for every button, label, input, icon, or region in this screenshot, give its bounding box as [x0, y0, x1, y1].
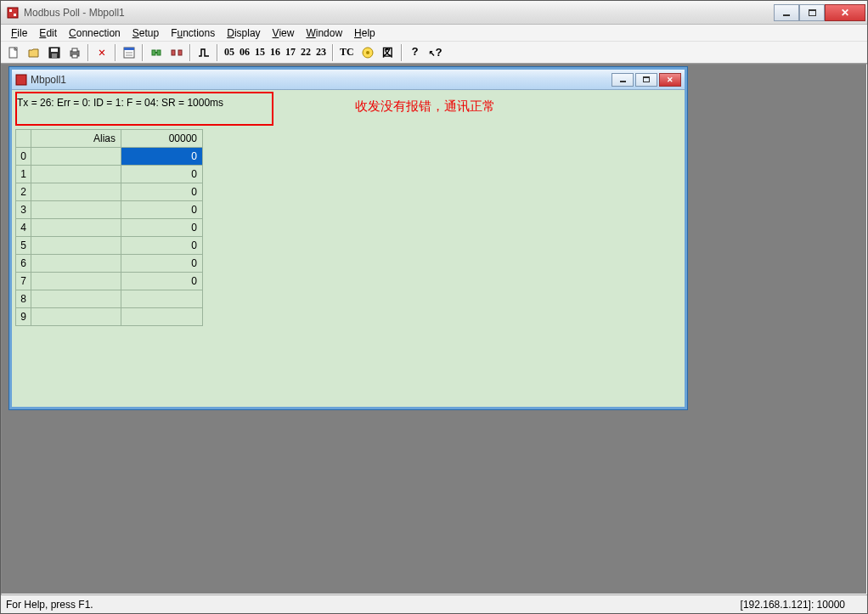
- func-06-button[interactable]: 06: [237, 46, 252, 58]
- connect-button[interactable]: [147, 43, 166, 62]
- func-17-button[interactable]: 17: [283, 46, 298, 58]
- table-row[interactable]: 00: [16, 148, 203, 166]
- row-header[interactable]: 3: [16, 201, 31, 219]
- pulse-button[interactable]: [194, 43, 213, 62]
- row-header[interactable]: 5: [16, 237, 31, 255]
- value-cell[interactable]: 0: [121, 273, 203, 290]
- child-titlebar[interactable]: Mbpoll1 ✕: [12, 70, 685, 90]
- grid-corner: [16, 130, 31, 148]
- table-row[interactable]: 10: [16, 166, 203, 183]
- help-button[interactable]: ?: [406, 43, 425, 62]
- menu-file[interactable]: File: [6, 25, 32, 41]
- func-16-button[interactable]: 16: [268, 46, 283, 58]
- maximize-icon: [809, 9, 816, 16]
- alias-cell[interactable]: [31, 273, 121, 290]
- child-close-button[interactable]: ✕: [659, 73, 681, 87]
- open-button[interactable]: [25, 43, 43, 62]
- column-header-value[interactable]: 00000: [121, 130, 203, 148]
- value-cell[interactable]: 0: [121, 219, 203, 237]
- context-help-icon: ↖?: [429, 46, 442, 59]
- alias-cell[interactable]: [31, 255, 121, 273]
- close-icon: ✕: [841, 7, 849, 19]
- table-row[interactable]: 60: [16, 255, 203, 273]
- maximize-button[interactable]: [799, 4, 825, 21]
- print-button[interactable]: [65, 43, 84, 62]
- alias-cell[interactable]: [31, 237, 121, 255]
- row-header[interactable]: 9: [16, 308, 31, 326]
- table-row[interactable]: 30: [16, 201, 203, 219]
- value-cell[interactable]: [121, 290, 203, 308]
- main-window: Modbus Poll - Mbpoll1 ✕ FileEditConnecti…: [0, 0, 868, 614]
- delete-icon: ✕: [99, 45, 105, 59]
- column-header-alias[interactable]: Alias: [31, 130, 121, 148]
- child-window-controls: ✕: [612, 73, 681, 87]
- sigma-icon: 図: [382, 45, 393, 60]
- alias-cell[interactable]: [31, 201, 121, 219]
- toolbar-separator: [332, 44, 334, 61]
- value-cell[interactable]: 0: [121, 237, 203, 255]
- menu-window[interactable]: Window: [301, 25, 347, 41]
- menu-connection[interactable]: Connection: [64, 25, 126, 41]
- menubar: FileEditConnectionSetupFunctionsDisplayV…: [1, 25, 867, 42]
- alias-cell[interactable]: [31, 290, 121, 308]
- table-row[interactable]: 8: [16, 290, 203, 308]
- value-cell[interactable]: 0: [121, 201, 203, 219]
- alias-cell[interactable]: [31, 183, 121, 201]
- alias-cell[interactable]: [31, 219, 121, 237]
- context-help-button[interactable]: ↖?: [426, 43, 445, 62]
- menu-view[interactable]: View: [268, 25, 300, 41]
- row-header[interactable]: 1: [16, 166, 31, 183]
- new-button[interactable]: [4, 43, 23, 62]
- row-header[interactable]: 2: [16, 183, 31, 201]
- func-23-button[interactable]: 23: [313, 46, 329, 58]
- child-maximize-button[interactable]: [635, 73, 657, 87]
- svg-rect-0: [8, 8, 18, 18]
- svg-rect-9: [72, 54, 77, 58]
- menu-help[interactable]: Help: [349, 25, 380, 41]
- table-row[interactable]: 20: [16, 183, 203, 201]
- row-header[interactable]: 8: [16, 290, 31, 308]
- table-row[interactable]: 50: [16, 237, 203, 255]
- tc-button[interactable]: TC: [337, 46, 357, 59]
- func-05-button[interactable]: 05: [222, 46, 237, 58]
- table-row[interactable]: 9: [16, 308, 203, 326]
- value-cell[interactable]: 0: [121, 255, 203, 273]
- child-body: Tx = 26: Err = 0: ID = 1: F = 04: SR = 1…: [12, 90, 685, 407]
- sigma-button[interactable]: 図: [379, 43, 397, 62]
- value-cell[interactable]: 0: [121, 148, 203, 166]
- properties-button[interactable]: [120, 43, 138, 62]
- minimize-icon: [783, 14, 790, 16]
- child-minimize-button[interactable]: [612, 73, 634, 87]
- svg-rect-1: [9, 9, 12, 12]
- alias-cell[interactable]: [31, 166, 121, 183]
- row-header[interactable]: 4: [16, 219, 31, 237]
- row-header[interactable]: 6: [16, 255, 31, 273]
- svg-rect-18: [178, 50, 182, 55]
- toolbar-separator: [217, 44, 218, 61]
- table-row[interactable]: 40: [16, 219, 203, 237]
- window-controls: ✕: [774, 4, 865, 21]
- menu-edit[interactable]: Edit: [34, 25, 62, 41]
- toolbar: ✕ 05061516172223 TC 図 ? ↖?: [1, 42, 867, 64]
- data-grid[interactable]: Alias 00000 001020304050607089: [15, 129, 203, 326]
- minimize-button[interactable]: [774, 4, 799, 21]
- titlebar: Modbus Poll - Mbpoll1 ✕: [1, 1, 867, 25]
- menu-setup[interactable]: Setup: [127, 25, 164, 41]
- row-header[interactable]: 7: [16, 273, 31, 290]
- menu-functions[interactable]: Functions: [166, 25, 220, 41]
- close-button[interactable]: ✕: [825, 4, 865, 21]
- save-button[interactable]: [45, 43, 64, 62]
- func-15-button[interactable]: 15: [252, 46, 268, 58]
- disconnect-button[interactable]: [167, 43, 186, 62]
- value-cell[interactable]: 0: [121, 183, 203, 201]
- traffic-button[interactable]: [358, 43, 377, 62]
- value-cell[interactable]: [121, 308, 203, 326]
- value-cell[interactable]: 0: [121, 166, 203, 183]
- alias-cell[interactable]: [31, 308, 121, 326]
- alias-cell[interactable]: [31, 148, 121, 166]
- row-header[interactable]: 0: [16, 148, 31, 166]
- delete-button[interactable]: ✕: [93, 43, 111, 62]
- table-row[interactable]: 70: [16, 273, 203, 290]
- func-22-button[interactable]: 22: [298, 46, 313, 58]
- menu-display[interactable]: Display: [222, 25, 265, 41]
